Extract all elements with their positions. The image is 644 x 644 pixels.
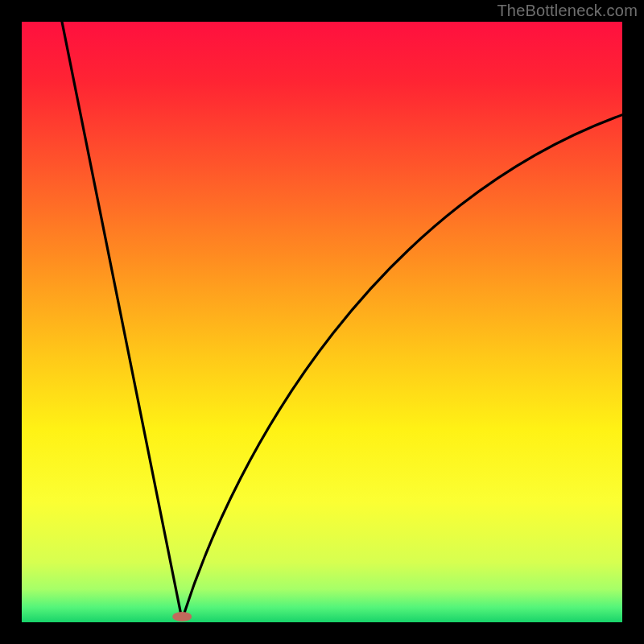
chart-frame: TheBottleneck.com <box>0 0 644 644</box>
optimal-point-marker <box>172 612 192 621</box>
watermark-text: TheBottleneck.com <box>497 2 638 20</box>
gradient-background <box>22 22 622 622</box>
plot-svg <box>22 22 622 622</box>
plot-area <box>22 22 622 622</box>
